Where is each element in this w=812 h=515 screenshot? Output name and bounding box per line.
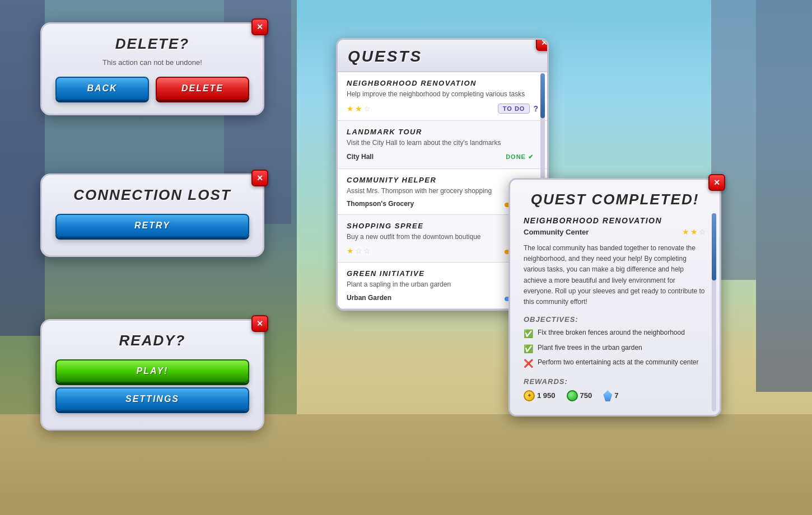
- quest-desc: Visit the City Hall to learn about the c…: [347, 138, 538, 148]
- quest-completed-stars: ★ ★ ☆: [682, 227, 706, 236]
- close-icon: ✕: [256, 22, 263, 31]
- reward-diamonds: 7: [603, 390, 618, 401]
- delete-dialog-buttons: Back Delete: [55, 77, 249, 100]
- coin-icon: ✦: [524, 390, 535, 401]
- rewards-title: Rewards:: [524, 377, 706, 386]
- quest-item-landmark-tour[interactable]: Landmark Tour Visit the City Hall to lea…: [338, 121, 547, 169]
- quest-name: Neighborhood Renovation: [347, 79, 538, 87]
- objective-2: ✅ Plant five trees in the urban garden: [524, 343, 706, 355]
- quest-name: Landmark Tour: [347, 128, 538, 136]
- quest-desc: Help improve the neighborhood by complet…: [347, 90, 538, 99]
- settings-button[interactable]: Settings: [55, 387, 249, 411]
- reward-coins-value: 1 950: [537, 391, 556, 400]
- objectives-title: Objectives:: [524, 315, 706, 324]
- quest-badge-done: DONE ✔: [501, 152, 538, 162]
- objective-text: Perform two entertaining acts at the com…: [538, 358, 698, 367]
- quest-completed-panel: ✕ Quest Completed! Neighborhood Renovati…: [508, 178, 721, 416]
- quest-completed-scrollbar-track[interactable]: [712, 213, 716, 411]
- reward-coins: ✦ 1 950: [524, 390, 556, 401]
- checkmark-icon: ✅: [524, 329, 533, 340]
- star-3: ☆: [363, 246, 371, 255]
- connection-close-button[interactable]: ✕: [251, 170, 268, 186]
- quest-completed-location: Community Center: [524, 228, 589, 236]
- delete-dialog: ✕ Delete? This action can not be undone!…: [40, 22, 264, 115]
- quest-completed-description: The local community has banded together …: [524, 243, 706, 307]
- star-2: ★: [690, 227, 698, 236]
- rewards-row: ✦ 1 950 750 7: [524, 390, 706, 401]
- checkmark-icon: ✅: [524, 344, 533, 355]
- reward-diamond-value: 7: [614, 391, 618, 400]
- building-far-left: [0, 0, 45, 336]
- quest-location: Urban Garden: [347, 294, 391, 302]
- ready-close-button[interactable]: ✕: [251, 315, 268, 332]
- building-far-right: [756, 0, 812, 392]
- delete-button[interactable]: Delete: [156, 77, 249, 100]
- quests-header: Quests: [338, 40, 547, 72]
- quest-footer: City Hall DONE ✔: [347, 152, 538, 162]
- quest-completed-scrollbar-thumb[interactable]: [712, 213, 716, 280]
- quests-scrollbar-thumb[interactable]: [540, 73, 545, 118]
- quest-footer: ★ ★ ☆ TO DO ?: [347, 104, 538, 114]
- star-3: ☆: [363, 104, 371, 113]
- reward-green-gems: 750: [567, 390, 592, 401]
- connection-dialog: ✕ Connection Lost Retry: [40, 174, 264, 257]
- objective-3: ❌ Perform two entertaining acts at the c…: [524, 358, 706, 369]
- quest-completed-location-row: Community Center ★ ★ ☆: [524, 227, 706, 236]
- delete-dialog-title: Delete?: [55, 35, 249, 53]
- quests-close-button[interactable]: ✕: [536, 38, 549, 51]
- checkmark-icon: ✔: [528, 153, 534, 160]
- objective-text: Plant five trees in the urban garden: [538, 343, 642, 353]
- quest-completed-title: Quest Completed!: [524, 191, 706, 208]
- ready-dialog: ✕ Ready? Play! Settings: [40, 319, 264, 430]
- quest-stars: ★ ☆ ☆: [347, 246, 371, 255]
- delete-dialog-subtitle: This action can not be undone!: [55, 58, 249, 67]
- quest-completed-close-button[interactable]: ✕: [708, 174, 725, 191]
- retry-button[interactable]: Retry: [55, 214, 249, 237]
- quest-status: TO DO ?: [498, 104, 538, 114]
- star-1: ★: [347, 104, 354, 113]
- ready-dialog-title: Ready?: [55, 332, 249, 349]
- objective-text: Fix three broken fences around the neigh…: [538, 328, 685, 338]
- star-2: ☆: [355, 246, 362, 255]
- reward-green-value: 750: [580, 391, 592, 400]
- close-icon: ✕: [541, 38, 548, 47]
- close-icon: ✕: [256, 174, 263, 182]
- delete-close-button[interactable]: ✕: [251, 18, 268, 35]
- star-1: ★: [682, 227, 689, 236]
- diamond-icon: [603, 390, 612, 401]
- cross-icon: ❌: [524, 358, 533, 369]
- gem-icon: [567, 390, 578, 401]
- star-2: ★: [355, 104, 362, 113]
- quest-location: Thompson's Grocery: [347, 200, 414, 208]
- connection-dialog-title: Connection Lost: [55, 186, 249, 204]
- quest-item-neighborhood-renovation[interactable]: Neighborhood Renovation Help improve the…: [338, 72, 547, 121]
- quest-completed-name: Neighborhood Renovation: [524, 216, 706, 225]
- quest-stars: ★ ★ ☆: [347, 104, 371, 113]
- play-button[interactable]: Play!: [55, 359, 249, 383]
- star-3: ☆: [699, 227, 706, 236]
- close-icon: ✕: [713, 178, 720, 187]
- quests-panel-title: Quests: [348, 48, 422, 65]
- quest-help-icon[interactable]: ?: [533, 104, 538, 113]
- objective-1: ✅ Fix three broken fences around the nei…: [524, 328, 706, 340]
- star-1: ★: [347, 246, 354, 255]
- close-icon: ✕: [256, 319, 263, 328]
- quest-location: City Hall: [347, 153, 374, 161]
- quest-badge-todo: TO DO: [498, 104, 530, 114]
- back-button[interactable]: Back: [55, 77, 149, 100]
